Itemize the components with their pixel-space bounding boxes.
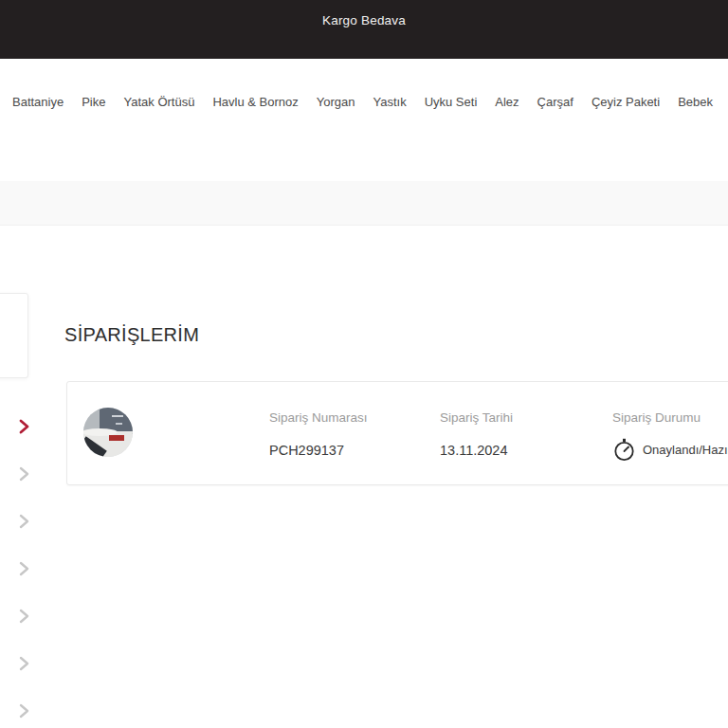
product-thumbnail [83, 408, 133, 457]
stopwatch-icon [612, 437, 636, 463]
nav-item-battaniye[interactable]: Battaniye [12, 95, 64, 110]
nav-item-ceyiz-paketi[interactable]: Çeyiz Paketi [592, 95, 660, 110]
nav-item-alez[interactable]: Alez [495, 95, 519, 110]
category-nav: Battaniye Pike Yatak Örtüsü Havlu & Born… [12, 95, 728, 110]
nav-item-uyku-seti[interactable]: Uyku Seti [425, 95, 478, 110]
nav-item-havlu-bornoz[interactable]: Havlu & Bornoz [212, 95, 298, 110]
order-status: Onaylandı/Hazırlanıyor [612, 437, 728, 463]
order-number-value: PCH299137 [269, 443, 344, 458]
order-date-value: 13.11.2024 [440, 443, 508, 458]
sidebar-chevron[interactable] [18, 466, 30, 482]
page: Kargo Bedava Battaniye Pike Yatak Örtüsü… [0, 0, 728, 728]
sidebar-chevron[interactable] [18, 703, 30, 719]
nav-item-yorgan[interactable]: Yorgan [317, 95, 355, 110]
sidebar-chevron[interactable] [18, 656, 30, 671]
sidebar-panel [0, 293, 28, 378]
nav-item-bebek[interactable]: Bebek [678, 95, 713, 110]
order-date-label: Sipariş Tarihi [440, 410, 513, 425]
sidebar-chevron[interactable] [18, 561, 30, 576]
order-card[interactable]: Sipariş Numarası PCH299137 Sipariş Tarih… [66, 381, 728, 485]
nav-item-carsaf[interactable]: Çarşaf [537, 95, 573, 110]
page-band [0, 181, 728, 226]
order-status-label: Sipariş Durumu [612, 410, 701, 425]
sidebar-chevron[interactable] [18, 609, 30, 624]
page-title: SİPARİŞLERİM [64, 324, 199, 346]
order-number-label: Sipariş Numarası [269, 410, 368, 425]
order-status-value: Onaylandı/Hazırlanıyor [643, 443, 728, 457]
sidebar-chevron[interactable] [18, 514, 30, 529]
announcement-bar: Kargo Bedava [0, 0, 728, 59]
nav-item-yastik[interactable]: Yastık [373, 95, 406, 110]
nav-item-yatak-ortusu[interactable]: Yatak Örtüsü [124, 95, 195, 110]
nav-item-pike[interactable]: Pike [82, 95, 105, 110]
sidebar-chevron-active[interactable] [18, 419, 30, 434]
announcement-text: Kargo Bedava [0, 13, 728, 27]
